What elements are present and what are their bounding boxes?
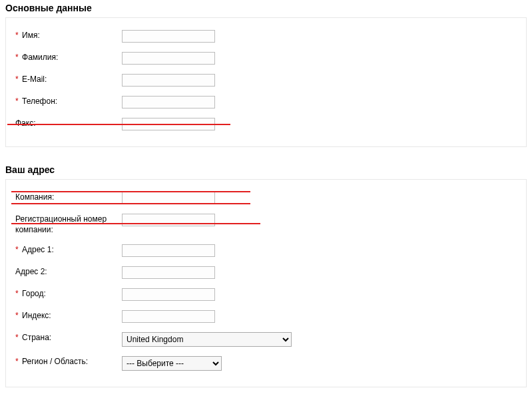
- row-company: Компания:: [15, 192, 517, 204]
- input-name[interactable]: [122, 30, 215, 43]
- label-company-reg: Регистрационный номер компании:: [15, 214, 122, 235]
- label-name: * Имя:: [15, 30, 122, 41]
- label-postcode: * Индекс:: [15, 310, 122, 321]
- input-email[interactable]: [122, 74, 215, 87]
- select-region[interactable]: --- Выберите ---: [122, 356, 222, 371]
- label-address1: * Адрес 1:: [15, 244, 122, 255]
- row-company-reg: Регистрационный номер компании:: [15, 214, 517, 235]
- section-heading-address: Ваш адрес: [0, 162, 532, 179]
- row-region: * Регион / Область: --- Выберите ---: [15, 356, 517, 371]
- row-phone: * Телефон:: [15, 96, 517, 108]
- row-postcode: * Индекс:: [15, 310, 517, 323]
- label-city: * Город:: [15, 288, 122, 299]
- row-email: * E-Mail:: [15, 74, 517, 87]
- input-postcode[interactable]: [122, 310, 215, 323]
- label-address2: Адрес 2:: [15, 266, 122, 277]
- input-company[interactable]: [122, 192, 215, 204]
- fieldset-address: Компания: Регистрационный номер компании…: [5, 179, 527, 387]
- label-company: Компания:: [15, 192, 122, 202]
- input-surname[interactable]: [122, 52, 215, 65]
- select-country[interactable]: United Kingdom: [122, 332, 292, 347]
- label-region: * Регион / Область:: [15, 356, 122, 367]
- label-country: * Страна:: [15, 332, 122, 343]
- input-address2[interactable]: [122, 266, 215, 279]
- row-address1: * Адрес 1:: [15, 244, 517, 257]
- row-name: * Имя:: [15, 30, 517, 43]
- input-fax[interactable]: [122, 118, 215, 130]
- input-phone[interactable]: [122, 96, 215, 108]
- row-city: * Город:: [15, 288, 517, 301]
- row-fax: Факс:: [15, 118, 517, 130]
- input-city[interactable]: [122, 288, 215, 301]
- input-company-reg[interactable]: [122, 214, 215, 226]
- label-fax: Факс:: [15, 118, 122, 128]
- fieldset-main: * Имя: * Фамилия: * E-Mail: * Телефон: Ф…: [5, 17, 527, 147]
- input-address1[interactable]: [122, 244, 215, 257]
- label-email: * E-Mail:: [15, 74, 122, 85]
- row-address2: Адрес 2:: [15, 266, 517, 279]
- row-country: * Страна: United Kingdom: [15, 332, 517, 347]
- label-surname: * Фамилия:: [15, 52, 122, 63]
- section-heading-main: Основные данные: [0, 0, 532, 17]
- label-phone: * Телефон:: [15, 96, 122, 106]
- row-surname: * Фамилия:: [15, 52, 517, 65]
